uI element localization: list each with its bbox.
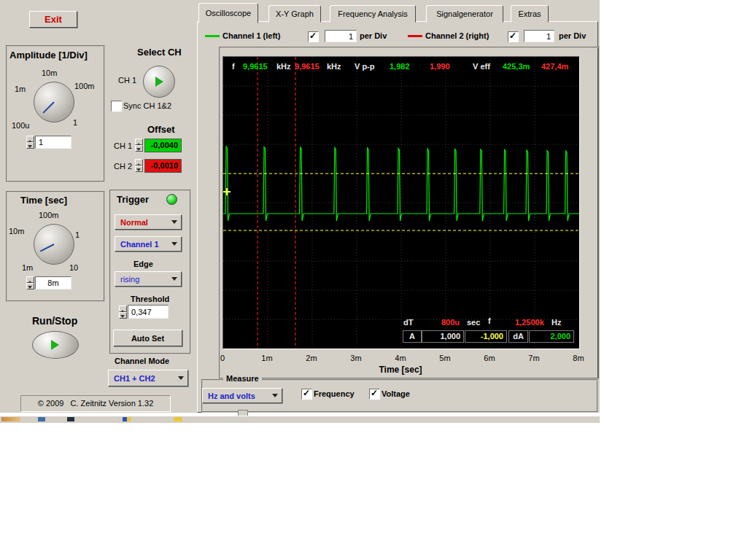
select-ch-knob[interactable] [143, 66, 175, 98]
amplitude-knob-needle [42, 101, 54, 113]
x-tick: 5m [439, 354, 450, 362]
scope-plot[interactable]: f 9,9615 kHz 9,9615 kHz V p-p 1,982 1,99… [222, 56, 580, 349]
offset-title: Offset [147, 124, 175, 135]
sync-ch-label: Sync CH 1&2 [123, 101, 171, 110]
ch1-freq-value: 9,9615 [243, 62, 268, 71]
ch1-legend-label: Channel 1 (left) [222, 31, 280, 40]
tab-xy-graph[interactable]: X-Y Graph [268, 5, 321, 23]
tab-signalgenerator[interactable]: Signalgenerator [426, 5, 503, 23]
x-axis-label: Time [sec] [379, 365, 422, 375]
amplitude-title: Amplitude [1/Div] [9, 50, 88, 61]
channel-mode-dropdown[interactable]: CH1 + CH2 [108, 370, 188, 386]
trigger-threshold-field[interactable] [128, 305, 169, 319]
cursor-f-value: 1,2500k [515, 318, 544, 327]
freq-unit: kHz [327, 62, 341, 71]
amplitude-dial-100u: 100u [12, 121, 29, 130]
tab-oscilloscope[interactable]: Oscilloscope [198, 3, 258, 23]
tab-frequency-analysis[interactable]: Frequency Analysis [330, 5, 416, 23]
ch2-enable-checkbox[interactable] [508, 31, 519, 42]
sync-ch-checkbox[interactable] [111, 101, 122, 112]
folder-icon[interactable] [174, 417, 182, 421]
ch2-veff-value: 427,4m [541, 62, 568, 71]
ch1-enable-checkbox[interactable] [308, 31, 319, 42]
amplitude-knob[interactable] [34, 82, 74, 122]
amplitude-spinner[interactable] [26, 136, 34, 149]
amplitude-value-field[interactable] [35, 136, 71, 149]
freq-unit: kHz [276, 62, 291, 71]
cursor-f-label: f [488, 316, 491, 325]
time-knob[interactable] [34, 224, 74, 265]
copyright-bar: © 2009 C. Zeitnitz Version 1.32 [20, 395, 171, 412]
tab-extras[interactable]: Extras [511, 5, 549, 23]
da-label: dA [508, 330, 528, 343]
select-ch-title: Select CH [137, 47, 182, 58]
x-tick: 0 [220, 354, 225, 362]
x-tick: 2m [306, 354, 317, 362]
auto-set-button[interactable]: Auto Set [113, 330, 182, 346]
trigger-edge-value: rising [120, 275, 139, 284]
offset-ch2-value: -0,0010 [144, 159, 182, 173]
time-dial-10m: 10m [9, 227, 24, 236]
vpp-label: V p-p [355, 62, 375, 71]
trigger-edge-dropdown[interactable]: rising [115, 271, 182, 287]
amplitude-dial-100m: 100m [74, 82, 95, 90]
measure-mode-dropdown[interactable]: Hz and volts [202, 388, 282, 403]
offset-ch2-spinner[interactable] [135, 159, 143, 172]
trigger-threshold-spinner[interactable] [119, 306, 127, 319]
time-dial-100m: 100m [39, 211, 59, 219]
trigger-mode-dropdown[interactable]: Normal [115, 214, 182, 230]
a-lower-value: -1,000 [465, 330, 507, 343]
chevron-down-icon [178, 376, 184, 383]
x-tick: 6m [484, 354, 495, 362]
ch2-per-div-field[interactable] [524, 30, 554, 42]
da-value: 2,000 [529, 330, 574, 343]
run-stop-button[interactable] [32, 331, 79, 359]
trigger-threshold-label: Threshold [131, 295, 169, 303]
oscilloscope-app-window: Exit Amplitude [1/Div] 10m 1m 100m 100u … [0, 0, 600, 413]
time-spinner[interactable] [26, 276, 34, 289]
taskbar[interactable] [0, 416, 600, 423]
voltage-checkbox[interactable] [369, 389, 380, 400]
amplitude-dial-1m: 1m [15, 85, 26, 93]
frequency-checkbox[interactable] [301, 389, 312, 400]
amplitude-dial-1: 1 [73, 118, 77, 127]
amplitude-dial-10m: 10m [42, 69, 57, 77]
play-icon [51, 340, 64, 350]
time-dial-1m: 1m [22, 263, 33, 272]
shell-icon[interactable] [67, 417, 74, 421]
a-label: A [403, 330, 422, 343]
cursor-f-unit: Hz [551, 318, 561, 327]
chevron-down-icon [171, 220, 177, 227]
trigger-source-dropdown[interactable]: Channel 1 [115, 236, 182, 252]
select-ch-channel-label: CH 1 [118, 76, 136, 85]
ch1-vpp-value: 1,982 [390, 62, 410, 71]
dt-value: 800u [441, 318, 460, 327]
ch2-legend-label: Channel 2 (right) [425, 31, 489, 40]
offset-ch1-spinner[interactable] [135, 139, 143, 152]
time-value-field[interactable] [35, 276, 71, 289]
chevron-down-icon [171, 242, 177, 249]
scope-waveform-svg [223, 57, 579, 349]
ch1-per-div-label: per Div [360, 31, 387, 40]
browser-icon[interactable] [38, 417, 45, 421]
time-knob-needle [40, 244, 55, 252]
trigger-mode-value: Normal [120, 218, 148, 227]
trigger-edge-label: Edge [133, 260, 153, 268]
frequency-label: Frequency [314, 389, 355, 398]
app-logo-icon[interactable] [1, 417, 20, 421]
offset-ch2-label: CH 2 [114, 162, 132, 171]
channel-mode-label: Channel Mode [115, 357, 169, 365]
veff-label: V eff [473, 62, 490, 71]
voltage-label: Voltage [382, 389, 410, 398]
editor-icon[interactable] [123, 417, 131, 421]
exit-button[interactable]: Exit [29, 11, 77, 28]
trigger-source-value: Channel 1 [120, 240, 159, 249]
run-stop-label: Run/Stop [32, 315, 77, 327]
freq-label: f [232, 62, 235, 71]
measure-mode-value: Hz and volts [208, 392, 255, 400]
dt-unit: sec [467, 318, 480, 327]
trigger-led-icon [166, 194, 177, 205]
play-icon [155, 77, 169, 87]
ch1-per-div-field[interactable] [325, 30, 357, 42]
ch2-freq-value: 9,9615 [295, 62, 320, 71]
